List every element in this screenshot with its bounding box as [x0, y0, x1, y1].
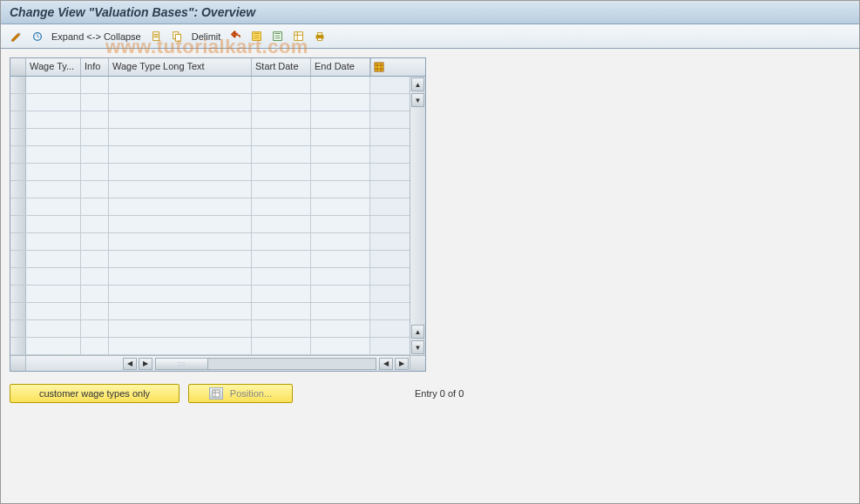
- table-row[interactable]: [10, 233, 410, 251]
- row-selector[interactable]: [10, 198, 26, 215]
- cell-wage-long[interactable]: [109, 303, 252, 319]
- cell-wage-type[interactable]: [26, 338, 81, 354]
- scroll-left2-icon[interactable]: ◀: [379, 358, 393, 370]
- table-row[interactable]: [10, 286, 410, 303]
- cell-wage-long[interactable]: [109, 94, 252, 111]
- row-selector[interactable]: [10, 233, 26, 250]
- cell-wage-type[interactable]: [26, 164, 81, 180]
- scroll-right2-icon[interactable]: ▶: [395, 358, 409, 370]
- cell-wage-type[interactable]: [26, 216, 81, 232]
- col-info[interactable]: Info: [81, 58, 109, 76]
- table-settings-icon[interactable]: [290, 28, 308, 45]
- cell-end-date[interactable]: [311, 338, 370, 354]
- change-display-icon[interactable]: [8, 28, 25, 45]
- cell-wage-type[interactable]: [26, 303, 81, 319]
- table-row[interactable]: [10, 77, 410, 94]
- cell-wage-type[interactable]: [26, 320, 81, 337]
- cell-end-date[interactable]: [311, 233, 370, 250]
- table-row[interactable]: [10, 94, 410, 111]
- scroll-left-icon[interactable]: ◀: [123, 358, 137, 370]
- cell-wage-type[interactable]: [26, 94, 81, 111]
- scroll-right-icon[interactable]: ▶: [139, 358, 152, 370]
- row-selector[interactable]: [10, 94, 26, 111]
- cell-wage-long[interactable]: [109, 251, 252, 267]
- cell-wage-long[interactable]: [109, 111, 252, 128]
- cell-wage-type[interactable]: [26, 198, 81, 215]
- vertical-scrollbar[interactable]: ▲ ▼ ▲ ▼: [410, 77, 425, 355]
- row-selector[interactable]: [10, 338, 26, 354]
- cell-start-date[interactable]: [252, 286, 311, 302]
- cell-info[interactable]: [81, 77, 109, 93]
- table-row[interactable]: [10, 268, 410, 286]
- col-start-date[interactable]: Start Date: [252, 58, 311, 76]
- cell-end-date[interactable]: [311, 251, 370, 267]
- cell-wage-long[interactable]: [109, 129, 252, 145]
- cell-end-date[interactable]: [311, 181, 370, 198]
- cell-start-date[interactable]: [252, 251, 311, 267]
- cell-start-date[interactable]: [252, 320, 311, 337]
- cell-end-date[interactable]: [311, 320, 370, 337]
- cell-wage-type[interactable]: [26, 268, 81, 285]
- scroll-down-icon[interactable]: ▼: [411, 93, 424, 107]
- cell-wage-long[interactable]: [109, 338, 252, 354]
- scroll-up-bottom-icon[interactable]: ▲: [411, 325, 424, 339]
- new-entries-icon[interactable]: [148, 28, 166, 45]
- scroll-thumb[interactable]: :::: [156, 359, 208, 369]
- cell-wage-long[interactable]: [109, 233, 252, 250]
- cell-wage-long[interactable]: [109, 146, 252, 163]
- cell-info[interactable]: [81, 251, 109, 267]
- customer-wage-types-button[interactable]: customer wage types only: [10, 384, 179, 403]
- deselect-all-icon[interactable]: [269, 28, 287, 45]
- table-row[interactable]: [10, 129, 410, 146]
- table-row[interactable]: [10, 320, 410, 338]
- cell-wage-long[interactable]: [109, 216, 252, 232]
- row-selector-header[interactable]: [10, 58, 26, 76]
- cell-start-date[interactable]: [252, 94, 311, 111]
- row-selector[interactable]: [10, 268, 26, 285]
- cell-wage-type[interactable]: [26, 77, 81, 93]
- other-view-icon[interactable]: [29, 28, 46, 45]
- configure-columns-icon[interactable]: [370, 58, 386, 76]
- cell-end-date[interactable]: [311, 286, 370, 302]
- cell-info[interactable]: [81, 181, 109, 198]
- table-row[interactable]: [10, 146, 410, 164]
- cell-start-date[interactable]: [252, 111, 311, 128]
- position-button[interactable]: Position...: [188, 384, 293, 403]
- cell-end-date[interactable]: [311, 77, 370, 93]
- undo-icon[interactable]: [227, 28, 245, 45]
- horizontal-scrollbar[interactable]: ◀ ▶ ::: ◀ ▶: [10, 355, 425, 371]
- cell-info[interactable]: [81, 216, 109, 232]
- cell-start-date[interactable]: [252, 164, 311, 180]
- table-row[interactable]: [10, 181, 410, 198]
- table-row[interactable]: [10, 198, 410, 216]
- cell-info[interactable]: [81, 268, 109, 285]
- cell-start-date[interactable]: [252, 303, 311, 319]
- table-row[interactable]: [10, 338, 410, 355]
- cell-wage-type[interactable]: [26, 181, 81, 198]
- cell-end-date[interactable]: [311, 268, 370, 285]
- cell-wage-type[interactable]: [26, 233, 81, 250]
- row-selector[interactable]: [10, 146, 26, 163]
- cell-start-date[interactable]: [252, 198, 311, 215]
- scroll-up-icon[interactable]: ▲: [411, 77, 424, 91]
- cell-info[interactable]: [81, 129, 109, 145]
- cell-start-date[interactable]: [252, 181, 311, 198]
- cell-wage-long[interactable]: [109, 268, 252, 285]
- cell-wage-type[interactable]: [26, 251, 81, 267]
- row-selector[interactable]: [10, 129, 26, 145]
- row-selector[interactable]: [10, 303, 26, 319]
- cell-end-date[interactable]: [311, 129, 370, 145]
- table-row[interactable]: [10, 111, 410, 129]
- select-all-icon[interactable]: [248, 28, 266, 45]
- scroll-down-bottom-icon[interactable]: ▼: [411, 340, 424, 354]
- cell-end-date[interactable]: [311, 94, 370, 111]
- cell-end-date[interactable]: [311, 146, 370, 163]
- table-row[interactable]: [10, 216, 410, 233]
- row-selector[interactable]: [10, 216, 26, 232]
- cell-wage-long[interactable]: [109, 77, 252, 93]
- row-selector[interactable]: [10, 111, 26, 128]
- cell-info[interactable]: [81, 111, 109, 128]
- cell-wage-long[interactable]: [109, 320, 252, 337]
- row-selector[interactable]: [10, 77, 26, 93]
- cell-end-date[interactable]: [311, 216, 370, 232]
